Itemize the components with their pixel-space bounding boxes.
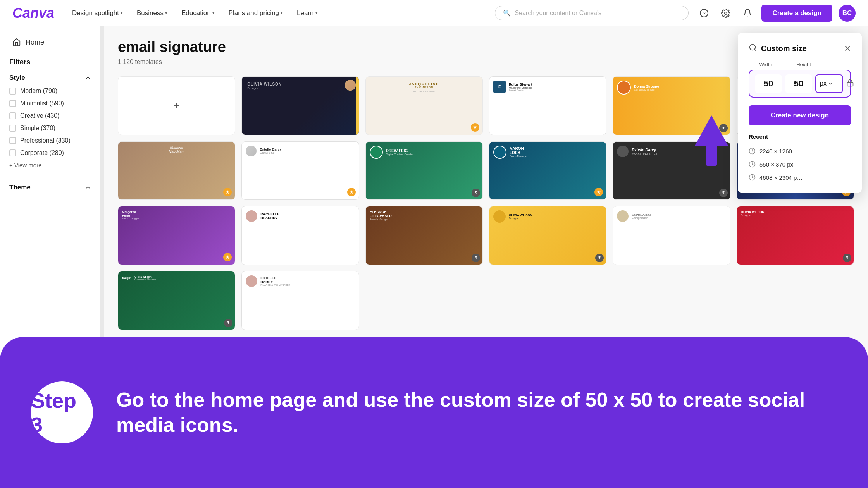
- theme-title: Theme: [9, 184, 31, 191]
- width-label: Width: [749, 62, 783, 67]
- filter-group-theme: Theme: [6, 180, 94, 194]
- nav-business[interactable]: Business ▾: [131, 6, 173, 20]
- filters-title: Filters: [6, 57, 94, 71]
- template-card-6[interactable]: Mariana Napolitani ★: [118, 141, 235, 200]
- template-card-19[interactable]: ESTELLE DARCY FINANCE & TAX MANAGER: [241, 271, 359, 330]
- style-title: Style: [9, 74, 25, 82]
- search-icon: 🔍: [503, 9, 511, 17]
- canva-logo[interactable]: Canva: [12, 5, 54, 21]
- svg-point-3: [750, 45, 756, 50]
- svg-rect-5: [847, 82, 853, 86]
- nav-links: Design spotlight ▾ Business ▾ Education …: [67, 6, 495, 20]
- style-items: Modern (790) Minimalist (590) Creative (…: [6, 85, 94, 159]
- premium-badge: ★: [223, 188, 232, 196]
- create-new-design-button[interactable]: Create new design: [749, 105, 851, 125]
- navbar: Canva Design spotlight ▾ Business ▾ Educ…: [0, 0, 868, 26]
- popup-title: Custom size: [761, 44, 807, 53]
- filter-creative[interactable]: Creative (430): [6, 110, 94, 122]
- search-placeholder: Search your content or Canva's: [515, 10, 601, 17]
- step-label: Step 3: [31, 388, 93, 436]
- filter-group-style: Style Modern (790) Minimalist (590) Crea…: [6, 71, 94, 171]
- chevron-down-icon: ▾: [121, 10, 123, 15]
- create-design-button[interactable]: Create a design: [761, 5, 832, 22]
- template-card-13[interactable]: RACHELLE BEAUDRY: [241, 206, 359, 265]
- svg-line-4: [754, 49, 756, 51]
- premium-badge: ₹: [224, 319, 232, 327]
- checkbox-creative[interactable]: [9, 112, 16, 119]
- height-input[interactable]: [785, 74, 812, 93]
- recent-item-2[interactable]: 4608 × 2304 p…: [749, 171, 851, 184]
- premium-badge: ₹: [595, 254, 604, 262]
- template-card-16[interactable]: Sacha Dubois Entrepreneur: [613, 206, 730, 265]
- popup-title-row: Custom size: [749, 43, 807, 54]
- premium-badge: ★: [347, 188, 356, 196]
- recent-title: Recent: [749, 133, 851, 140]
- premium-badge: ₹: [843, 254, 851, 262]
- template-card-1[interactable]: OLIVIA WILSON Designer: [241, 76, 359, 135]
- template-card-8[interactable]: Drew Feig Digital Content Creator ₹: [365, 141, 483, 200]
- template-card-3[interactable]: F Rufus Stewart Marketing Manager Fauget…: [489, 76, 606, 135]
- step-circle: Step 3: [31, 381, 93, 443]
- chevron-down-icon: ▾: [281, 10, 283, 15]
- premium-badge: ₹: [472, 189, 480, 197]
- popup-search-icon: [749, 43, 757, 54]
- filter-corporate[interactable]: Corporate (280): [6, 147, 94, 159]
- step-description: Go to the home page and use the custom s…: [116, 387, 837, 438]
- template-card-17[interactable]: OLIVIA WILSON Designer ₹: [737, 206, 854, 265]
- recent-item-1[interactable]: 550 × 370 px: [749, 158, 851, 171]
- filter-style-header[interactable]: Style: [6, 71, 94, 85]
- recent-items: 868 × 488 550 × 370 px 4608 × 2304 p…: [749, 144, 851, 184]
- svg-text:?: ?: [703, 10, 706, 16]
- nav-design-spotlight[interactable]: Design spotlight ▾: [67, 6, 128, 20]
- checkbox-minimalist[interactable]: [9, 100, 16, 107]
- filter-minimalist[interactable]: Minimalist (590): [6, 97, 94, 110]
- premium-badge: ★: [223, 253, 232, 261]
- popup-header: Custom size ✕: [749, 43, 851, 54]
- close-button[interactable]: ✕: [844, 44, 851, 54]
- arrow-indicator: [694, 115, 728, 166]
- template-card-14[interactable]: ELEANOR FITZGERALD Beauty Vlogger ₹: [365, 206, 483, 265]
- lock-icon[interactable]: [846, 79, 854, 89]
- template-card-add[interactable]: +: [118, 76, 235, 135]
- premium-badge: ₹: [472, 254, 480, 262]
- width-input[interactable]: [755, 74, 782, 93]
- chevron-down-icon: ▾: [212, 10, 215, 15]
- nav-education[interactable]: Education ▾: [176, 6, 220, 20]
- home-label: Home: [26, 38, 44, 46]
- plus-icon: +: [173, 100, 179, 112]
- nav-icons: ? Create a design BC: [696, 5, 856, 22]
- avatar[interactable]: BC: [839, 5, 856, 22]
- template-card-12[interactable]: Margarita Perez Fashion Blogger ★: [118, 206, 235, 265]
- sidebar-item-home[interactable]: Home: [6, 34, 94, 50]
- view-more-button[interactable]: + View more: [6, 159, 94, 171]
- nav-learn[interactable]: Learn ▾: [291, 6, 323, 20]
- template-card-18[interactable]: fauget Olivia Wilson Community Manager ₹: [118, 271, 235, 330]
- svg-point-2: [725, 12, 727, 14]
- notification-icon[interactable]: [740, 5, 755, 21]
- filter-theme-header[interactable]: Theme: [6, 180, 94, 194]
- nav-plans-pricing[interactable]: Plans and pricing ▾: [223, 6, 288, 20]
- bottom-overlay: Step 3 Go to the home page and use the c…: [0, 337, 868, 488]
- settings-icon[interactable]: [718, 5, 734, 21]
- checkbox-professional[interactable]: [9, 137, 16, 144]
- unit-dropdown[interactable]: px: [815, 74, 843, 93]
- chevron-down-icon: ▾: [315, 10, 318, 15]
- premium-badge: ₹: [719, 189, 728, 197]
- chevron-down-icon: ▾: [165, 10, 167, 15]
- checkbox-simple[interactable]: [9, 125, 16, 132]
- filter-simple[interactable]: Simple (370): [6, 122, 94, 134]
- recent-item-0[interactable]: 868 × 488: [749, 144, 851, 158]
- template-card-2[interactable]: JACQUELINE THOMPSON VIRTUAL ASSISTANT ★: [365, 76, 483, 135]
- filter-professional[interactable]: Professional (330): [6, 134, 94, 147]
- custom-size-popup: Custom size ✕ Width Height px Create: [738, 33, 862, 193]
- filter-modern[interactable]: Modern (790): [6, 85, 94, 97]
- template-card-15[interactable]: OLIVIA WILSON Designer ₹: [489, 206, 606, 265]
- checkbox-modern[interactable]: [9, 88, 16, 95]
- checkbox-corporate[interactable]: [9, 149, 16, 156]
- premium-badge: ★: [471, 123, 479, 132]
- template-card-7[interactable]: Estelle Darcy Liceria & Co ★: [241, 141, 359, 200]
- premium-badge: ★: [594, 188, 603, 196]
- template-card-9[interactable]: AARON LOEB Sales Manager ★: [489, 141, 606, 200]
- search-bar[interactable]: 🔍 Search your content or Canva's: [495, 6, 689, 20]
- help-icon[interactable]: ?: [696, 5, 712, 21]
